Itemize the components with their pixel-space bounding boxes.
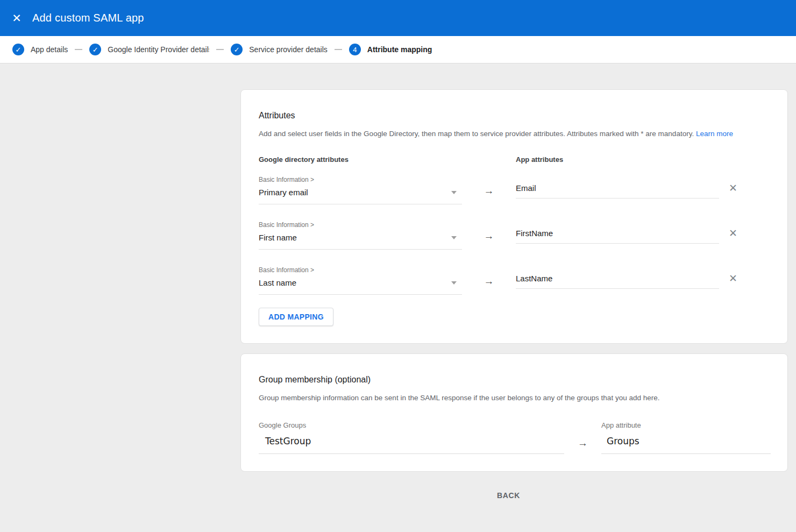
close-icon[interactable]: ✕ — [10, 12, 23, 25]
app-attribute-label: App attribute — [601, 421, 771, 429]
mapping-row: Basic Information > First name → ✕ — [259, 221, 770, 250]
google-groups-label: Google Groups — [259, 421, 564, 429]
group-app-attribute-input[interactable] — [601, 436, 771, 454]
step-complete-icon: ✓ — [12, 44, 24, 55]
google-directory-attributes-header: Google directory attributes — [259, 155, 462, 164]
step-separator — [75, 49, 82, 50]
dropdown-arrow-icon — [451, 191, 457, 194]
step-app-details[interactable]: ✓ App details — [12, 44, 68, 55]
step-label: Google Identity Provider details — [108, 45, 209, 54]
learn-more-link[interactable]: Learn more — [696, 130, 733, 138]
app-bar: ✕ Add custom SAML app — [0, 0, 796, 36]
step-separator — [335, 49, 342, 50]
remove-mapping-icon[interactable]: ✕ — [729, 228, 737, 238]
mapping-row: Basic Information > Last name → ✕ — [259, 266, 770, 295]
main-content: Attributes Add and select user fields in… — [0, 63, 796, 505]
mapping-arrow-cell: → — [462, 266, 516, 295]
remove-mapping-icon[interactable]: ✕ — [729, 183, 737, 193]
dropdown-arrow-icon — [451, 236, 457, 239]
attribute-category-label: Basic Information > — [259, 266, 462, 274]
right-arrow-icon: → — [578, 437, 588, 454]
selected-google-attribute: Primary email — [259, 188, 462, 197]
step-number-badge: 4 — [349, 44, 361, 55]
google-attribute-select[interactable]: Basic Information > First name — [259, 221, 462, 250]
step-google-idp-details[interactable]: ✓ Google Identity Provider details — [89, 44, 209, 55]
attributes-description-text: Add and select user fields in the Google… — [259, 130, 694, 138]
attribute-category-label: Basic Information > — [259, 176, 462, 183]
right-arrow-icon: → — [484, 230, 494, 250]
remove-mapping-cell: ✕ — [719, 266, 770, 295]
attributes-card-title: Attributes — [259, 111, 770, 120]
google-attribute-select[interactable]: Basic Information > Primary email — [259, 176, 462, 204]
step-label: Service provider details — [249, 45, 328, 54]
step-complete-icon: ✓ — [231, 44, 243, 55]
remove-mapping-cell: ✕ — [719, 176, 770, 204]
dropdown-arrow-icon — [451, 281, 457, 285]
step-service-provider-details[interactable]: ✓ Service provider details — [231, 44, 328, 55]
app-attribute-field — [516, 183, 719, 198]
attribute-category-label: Basic Information > — [259, 221, 462, 229]
app-attribute-field — [516, 229, 719, 244]
attributes-card-description: Add and select user fields in the Google… — [259, 129, 770, 139]
app-attribute-input[interactable] — [516, 183, 719, 196]
mapping-arrow-cell: → — [462, 221, 516, 250]
mapping-column-headers: Google directory attributes App attribut… — [259, 155, 770, 164]
wizard-footer: BACK CANCEL FINISH — [481, 486, 796, 505]
group-app-attribute-field: App attribute — [601, 421, 771, 454]
mapping-row: Basic Information > Primary email → ✕ — [259, 176, 770, 204]
back-button[interactable]: BACK — [494, 491, 523, 500]
selected-google-attribute: First name — [259, 233, 462, 242]
step-attribute-mapping[interactable]: 4 Attribute mapping — [349, 44, 432, 55]
dialog-title: Add custom SAML app — [32, 12, 144, 24]
selected-google-attribute: Last name — [259, 278, 462, 287]
app-attribute-input[interactable] — [516, 229, 719, 242]
group-mapping-row: Google Groups TestGroup → App attribute — [259, 421, 770, 454]
app-attribute-input[interactable] — [516, 274, 719, 287]
step-complete-icon: ✓ — [89, 44, 101, 55]
group-membership-card: Group membership (optional) Group member… — [240, 353, 788, 472]
remove-mapping-icon[interactable]: ✕ — [729, 273, 737, 283]
step-separator — [216, 49, 224, 50]
right-arrow-icon: → — [484, 275, 494, 295]
step-label: App details — [31, 45, 68, 54]
google-groups-value[interactable]: TestGroup — [259, 436, 564, 454]
add-mapping-button[interactable]: ADD MAPPING — [259, 308, 333, 326]
mapping-arrow-cell: → — [462, 176, 516, 204]
attributes-card: Attributes Add and select user fields in… — [240, 89, 788, 344]
group-membership-title: Group membership (optional) — [259, 375, 770, 385]
app-attribute-field — [516, 274, 719, 289]
google-attribute-select[interactable]: Basic Information > Last name — [259, 266, 462, 295]
wizard-stepper: ✓ App details ✓ Google Identity Provider… — [0, 36, 796, 63]
right-arrow-icon: → — [484, 185, 494, 204]
remove-mapping-cell: ✕ — [719, 221, 770, 250]
group-arrow-cell: → — [564, 421, 601, 454]
arrow-column-spacer — [462, 155, 516, 164]
step-label: Attribute mapping — [367, 45, 432, 54]
remove-column-spacer — [719, 155, 770, 164]
group-membership-description: Group membership information can be sent… — [259, 393, 770, 403]
app-attributes-header: App attributes — [516, 155, 719, 164]
google-groups-field: Google Groups TestGroup — [259, 421, 564, 454]
